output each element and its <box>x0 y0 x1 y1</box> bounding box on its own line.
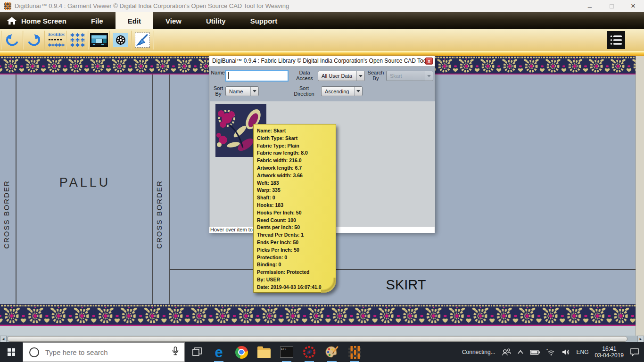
dialog-close-button[interactable]: x <box>425 58 433 65</box>
pallu-label: PALLU <box>38 175 132 190</box>
chevron-down-icon[interactable] <box>250 87 258 96</box>
tooltip-line: Binding: 0 <box>257 261 335 269</box>
tray-date: 03-04-2019 <box>595 352 624 359</box>
taskbar-paint[interactable] <box>321 342 343 362</box>
taskbar-search[interactable] <box>23 342 185 362</box>
app-hash-icon <box>4 2 11 10</box>
tooltip-line: Fabric raw length: 8.0 <box>257 149 335 157</box>
chevron-up-icon[interactable] <box>517 350 524 354</box>
tooltip-line: Artwork width: 3.66 <box>257 172 335 180</box>
chevron-down-icon[interactable] <box>354 87 362 96</box>
scrollbar-thumb[interactable] <box>7 336 627 342</box>
language-indicator[interactable]: ENG <box>577 349 589 355</box>
data-access-dropdown[interactable]: All User Data <box>318 71 365 81</box>
sort-by-dropdown[interactable]: Name <box>225 86 259 96</box>
system-tray: Connecting... * ENG 16:41 03-04-2019 <box>462 342 644 362</box>
fabric-weave-tool-button[interactable] <box>90 31 108 49</box>
dialog-search-form: Name Data Access All User Data Search By… <box>209 66 435 101</box>
speaker-icon[interactable] <box>562 349 570 355</box>
start-button[interactable] <box>0 342 23 362</box>
menu-bar: Home Screen File Edit View Utility Suppo… <box>0 12 644 29</box>
clean-tool-button[interactable] <box>133 31 152 49</box>
microphone-icon[interactable] <box>172 346 179 358</box>
wifi-icon[interactable]: * <box>546 348 556 356</box>
sort-direction-label: Sort Direction <box>289 85 319 97</box>
tooltip-line: Ends Per Inch: 50 <box>257 239 335 247</box>
tooltip-line: Date: 2019-04-03 16:07:41.0 <box>257 284 335 291</box>
tooltip-line: Picks Per Inch: 50 <box>257 247 335 254</box>
tooltip-line: Thread Per Dents: 1 <box>257 231 335 239</box>
taskbar-digibunai[interactable] <box>343 342 366 362</box>
menu-support[interactable]: Support <box>238 12 290 29</box>
sort-direction-dropdown[interactable]: Ascending <box>321 86 363 96</box>
menu-utility[interactable]: Utility <box>194 12 238 29</box>
clean-broom-icon <box>136 33 149 47</box>
settings-gear-icon <box>115 34 126 46</box>
tooltip-line: Permission: Protected <box>257 269 335 276</box>
motif-icon <box>69 33 85 48</box>
cortana-icon <box>29 347 39 357</box>
taskbar-terminal[interactable]: C:\_ <box>275 342 298 362</box>
taskbar-edge[interactable]: e <box>207 342 230 362</box>
menu-view[interactable]: View <box>153 12 194 29</box>
panel-divider <box>170 269 636 270</box>
menu-file[interactable]: File <box>79 12 116 29</box>
tray-time: 16:41 <box>595 346 624 352</box>
name-label: Name <box>210 70 225 75</box>
taskbar-file-explorer[interactable] <box>253 342 275 362</box>
horizontal-scrollbar[interactable]: ◄ ► <box>0 336 644 342</box>
tooltip-line: Name: Skart <box>257 127 335 135</box>
maximize-button[interactable] <box>601 0 622 12</box>
search-input[interactable] <box>45 348 172 356</box>
home-icon <box>7 16 17 25</box>
scroll-left-arrow[interactable]: ◄ <box>0 336 7 342</box>
vertical-scrollbar[interactable] <box>636 56 644 336</box>
tooltip-line: By: USER <box>257 276 335 284</box>
menu-edit[interactable]: Edit <box>116 12 153 29</box>
panel-divider <box>152 74 153 304</box>
sort-by-label: Sort By <box>211 85 225 97</box>
weave-design-icon <box>302 345 316 359</box>
terminal-icon: C:\_ <box>280 346 293 358</box>
redo-button[interactable] <box>25 31 43 49</box>
paint-icon <box>325 346 339 359</box>
windows-logo-icon <box>8 348 15 356</box>
window-title: DigiBunai™ 0.9.4 : Garment Viewer © Digi… <box>15 2 289 9</box>
settings-tool-button[interactable] <box>111 31 130 49</box>
cross-border-tool-button[interactable] <box>46 31 65 49</box>
fabric-details-tooltip: Name: SkartCloth Type: SkartFabric Type:… <box>253 124 336 293</box>
close-button[interactable]: × <box>622 0 644 12</box>
action-center-icon[interactable] <box>630 348 639 356</box>
minimize-button[interactable]: – <box>579 0 601 12</box>
taskbar-apps: e C:\_ <box>207 342 366 362</box>
undo-button[interactable] <box>3 31 22 49</box>
cross-border-label-right: CROSS BORDER <box>155 139 165 290</box>
chevron-down-icon[interactable] <box>356 71 364 81</box>
cross-border-icon <box>47 33 64 48</box>
battery-icon[interactable] <box>530 349 540 355</box>
task-view-button[interactable] <box>187 342 207 362</box>
search-by-dropdown[interactable]: Skart <box>386 71 433 81</box>
panel-divider <box>16 74 17 304</box>
scroll-right-arrow[interactable]: ► <box>637 336 644 342</box>
tooltip-line: Warp: 335 <box>257 187 335 194</box>
clock[interactable]: 16:41 03-04-2019 <box>595 346 624 359</box>
people-icon[interactable] <box>502 348 511 356</box>
motif-tool-button[interactable] <box>68 31 87 49</box>
list-view-button[interactable] <box>607 31 625 49</box>
digibunai-icon <box>348 346 361 359</box>
taskbar-weave-app[interactable] <box>298 342 321 362</box>
name-input-wrap <box>225 70 289 82</box>
taskbar: e C:\_ <box>0 342 644 362</box>
text-caret <box>228 72 229 79</box>
fabric-weave-icon <box>90 33 108 47</box>
os-titlebar: DigiBunai™ 0.9.4 : Garment Viewer © Digi… <box>0 0 644 12</box>
tooltip-line: Dents per Inch: 50 <box>257 224 335 231</box>
menu-home-screen[interactable]: Home Screen <box>0 12 79 29</box>
taskbar-chrome[interactable] <box>230 342 253 362</box>
tooltip-line: Cloth Type: Skart <box>257 135 335 142</box>
name-input[interactable] <box>226 71 288 81</box>
tooltip-line: Fabric Type: Plain <box>257 142 335 150</box>
connecting-status: Connecting... <box>462 349 495 355</box>
tooltip-line: Hooks: 183 <box>257 202 335 209</box>
